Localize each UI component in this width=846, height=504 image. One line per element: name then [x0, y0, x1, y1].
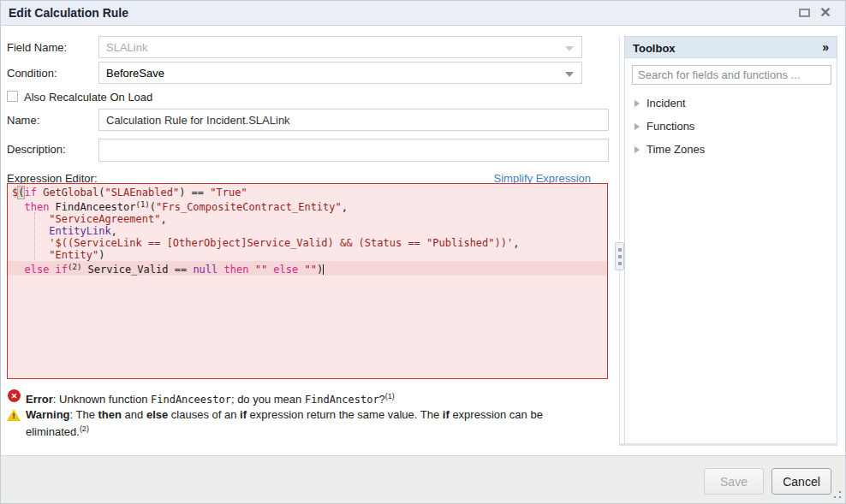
condition-select[interactable]: BeforeSave [98, 62, 582, 84]
description-label: Description: [7, 143, 66, 156]
field-name-label: Field Name: [7, 41, 67, 54]
error-icon: ✕ [8, 389, 21, 402]
toolbox-item-functions[interactable]: Functions [625, 115, 837, 138]
cancel-button[interactable]: Cancel [772, 468, 831, 495]
dialog-titlebar: Edit Calculation Rule ✕ [0, 0, 846, 26]
toolbox-item-label: Functions [646, 120, 694, 133]
chevron-down-icon [565, 46, 574, 51]
condition-value: BeforeSave [106, 67, 164, 80]
error-message-text: Error: Unknown function FindAnceestor; d… [26, 389, 608, 406]
recalculate-on-load-checkbox[interactable] [7, 91, 18, 102]
name-input[interactable] [98, 109, 609, 131]
recalculate-checkbox-label: Also Recalculate On Load [24, 91, 152, 104]
panel-splitter [619, 36, 620, 444]
toolbox-panel: Toolbox » IncidentFunctionsTime Zones [624, 36, 837, 444]
expand-arrow-icon[interactable] [634, 100, 640, 107]
toolbox-item-label: Time Zones [646, 143, 705, 156]
chevron-down-icon [565, 72, 574, 77]
warning-icon: ! [7, 409, 21, 421]
maximize-icon [799, 9, 810, 17]
toolbox-item-time-zones[interactable]: Time Zones [625, 138, 837, 161]
expand-arrow-icon[interactable] [634, 123, 640, 130]
condition-label: Condition: [7, 67, 57, 80]
edit-calculation-rule-dialog: Edit Calculation Rule ✕ Field Name: Cond… [0, 0, 846, 504]
toolbox-tree: IncidentFunctionsTime Zones [625, 92, 837, 161]
expression-editor[interactable]: $(if GetGlobal("SLAEnabled") == "True" t… [7, 183, 608, 379]
collapse-panel-icon[interactable]: » [822, 37, 829, 58]
maximize-button[interactable] [798, 6, 812, 20]
expand-arrow-icon[interactable] [634, 146, 640, 153]
dialog-title: Edit Calculation Rule [9, 6, 128, 20]
resize-grip[interactable] [834, 491, 843, 500]
toolbox-search-input[interactable] [632, 65, 831, 85]
close-icon: ✕ [819, 5, 831, 20]
toolbox-item-incident[interactable]: Incident [625, 92, 837, 115]
toolbox-item-label: Incident [646, 97, 686, 110]
toolbox-panel-shadow [619, 443, 837, 446]
warning-message-text: Warning: The then and else clauses of an… [26, 408, 567, 439]
text-cursor [323, 264, 324, 275]
splitter-drag-handle[interactable] [615, 242, 624, 270]
dialog-footer: Save Cancel [0, 455, 846, 504]
toolbox-header: Toolbox » [625, 37, 837, 58]
description-input[interactable] [98, 139, 609, 162]
save-button[interactable]: Save [704, 468, 764, 495]
name-label: Name: [7, 114, 39, 127]
field-name-value: SLALink [106, 41, 147, 54]
field-name-select[interactable]: SLALink [98, 36, 582, 58]
toolbox-title: Toolbox [633, 42, 676, 55]
expression-code: $(if GetGlobal("SLAEnabled") == "True" t… [8, 187, 607, 276]
close-button[interactable]: ✕ [819, 6, 832, 20]
